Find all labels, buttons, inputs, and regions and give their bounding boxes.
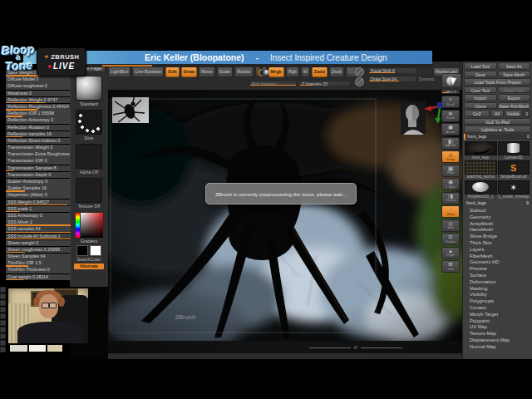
tool-palette-button[interactable]: Save — [464, 71, 497, 78]
tool-thumbnail[interactable]: Cylinder3D — [498, 141, 530, 160]
tool-palette-button[interactable]: Lightbox ► Tools — [464, 126, 531, 133]
material-slider[interactable]: Sheen Samples 64 — [6, 254, 71, 260]
tool-section-item[interactable]: Subtool — [464, 208, 531, 214]
tool-section-item[interactable]: Thick Skin — [464, 240, 531, 247]
saturation-value-square[interactable] — [81, 213, 103, 238]
material-slider[interactable]: Scatter Samples 16 — [6, 185, 71, 192]
toolbar-button[interactable]: Zsub — [329, 66, 344, 77]
tool-section-item[interactable]: Contact — [464, 305, 531, 312]
tool-section-item[interactable]: Layers — [464, 247, 531, 254]
shelf-button[interactable]: ⊞ Grid — [441, 260, 460, 273]
sculpt-canvas[interactable] — [108, 90, 462, 353]
tool-palette-button[interactable]: Make PolyMesh3D — [498, 102, 531, 110]
toolbar-button[interactable]: Zadd — [312, 66, 328, 77]
tool-thumbnail[interactable]: arachnid_worms — [465, 160, 497, 180]
material-slider[interactable]: SSS scale 1 — [6, 206, 71, 213]
tool-palette-button[interactable]: GoZ — [464, 110, 490, 117]
tool-section-item[interactable]: ArrayMesh — [464, 221, 531, 228]
tool-section-item[interactable]: Polypaint — [464, 318, 531, 325]
z-intensity-slider[interactable]: Z Intensity 25 — [299, 81, 351, 86]
tool-section-item[interactable]: Surface — [464, 273, 531, 279]
secondary-color-swatch[interactable] — [90, 245, 101, 256]
rgb-intensity-slider[interactable]: Rgb Intensity — [249, 81, 297, 86]
tool-thumbnail[interactable]: SimpleBrush.sh — [498, 160, 530, 180]
material-slider[interactable]: SSS Include All Subtools 1 — [6, 234, 71, 240]
shelf-button[interactable]: + Scroll — [441, 96, 460, 108]
tool-thumbnail[interactable]: C_stroke_mixedsp — [498, 180, 530, 200]
tool-thumbnail[interactable]: front_legs — [465, 141, 497, 160]
spix-slider[interactable]: SPix 3 — [441, 89, 460, 94]
tool-section-item[interactable]: Geometry HD — [464, 259, 531, 266]
tool-section-item[interactable]: Morph Target — [464, 312, 531, 318]
tool-section-item[interactable]: Slime Bridge — [464, 234, 531, 240]
shelf-button[interactable]: ⊕ Zoom — [441, 110, 460, 122]
material-slider[interactable]: Sheen roughness 0.29995 — [6, 247, 71, 254]
material-slider[interactable]: Transmission Depth 0 — [6, 172, 71, 179]
material-slider[interactable]: Sheen weight 0 — [6, 240, 71, 247]
toolbar-button[interactable]: Scale — [217, 66, 234, 77]
toolbar-button[interactable]: LightBox — [108, 66, 131, 77]
tool-palette-button[interactable]: Load Tools From Project — [464, 78, 531, 86]
material-slider[interactable]: Reflection samples 16 — [6, 131, 71, 138]
tool-section-item[interactable]: Preview — [464, 266, 531, 273]
current-stroke-thumbnail[interactable] — [76, 110, 102, 135]
current-tool-row[interactable]: front_legs 9 — [464, 200, 531, 206]
tool-section-item[interactable]: NanoMesh — [464, 227, 531, 234]
material-slider[interactable]: SSS Weight 0.94527 — [6, 200, 71, 206]
tool-palette-button[interactable]: Save Mesh — [498, 71, 531, 78]
toolbar-button[interactable]: Rotate — [234, 66, 253, 77]
tool-section-item[interactable]: FiberMesh — [464, 254, 531, 260]
toolbar-button[interactable]: Move — [199, 66, 214, 77]
current-tool-slider[interactable]: front_legs 0 — [464, 134, 531, 140]
color-picker[interactable] — [76, 213, 103, 238]
dynamic-toggle[interactable]: Dynamic — [419, 77, 435, 81]
current-texture-thumbnail[interactable] — [76, 178, 102, 203]
tool-palette-button[interactable]: 0 — [523, 110, 530, 117]
tool-section-item[interactable]: Masking — [464, 286, 531, 293]
tool-palette-button[interactable]: Clone — [464, 102, 497, 110]
tool-section-item[interactable]: Geometry — [464, 214, 531, 221]
tool-palette-button[interactable]: Copy Tool — [464, 86, 497, 94]
material-slider[interactable]: ThinFilm Thickness 0 — [6, 267, 71, 273]
toolbar-button[interactable]: Rgb — [286, 66, 299, 77]
shelf-button[interactable]: ◉ L.Sym — [441, 178, 460, 190]
shelf-button[interactable]: ▣ Actual — [441, 123, 460, 135]
shelf-button[interactable]: ◧ AAHalf — [441, 137, 460, 150]
shelf-button[interactable]: △ Persp — [441, 150, 460, 163]
current-brush-thumbnail[interactable] — [76, 76, 102, 101]
toolbar-button[interactable]: Mrgb — [268, 66, 284, 77]
tool-palette-button[interactable]: Save As — [498, 62, 531, 70]
tool-palette-button[interactable]: Paste Tool — [498, 86, 531, 94]
toolbar-button[interactable]: M — [301, 66, 310, 77]
material-slider[interactable]: Scatter Anisotropy 0 — [6, 179, 71, 185]
material-slider[interactable]: Reflection Direct-Indirect 0 — [6, 138, 71, 145]
material-slider[interactable]: Transmission Samples 8 — [6, 165, 71, 172]
material-slider[interactable]: Dispersion (Abbe) 0 — [6, 192, 71, 199]
material-slider[interactable]: Transmission IOR 0 — [6, 158, 71, 165]
shelf-button[interactable]: ▦ Floor — [441, 165, 460, 177]
tool-section-item[interactable]: Displacement Map — [464, 337, 531, 344]
material-slider[interactable]: Reflection Weight 0.9747 — [6, 97, 71, 104]
tool-section-item[interactable]: Visibility — [464, 292, 531, 298]
shelf-button[interactable]: ◎ Solo — [441, 219, 460, 232]
material-slider[interactable]: Transmission Extra Roughness 0 — [6, 151, 71, 158]
tool-thumbnail[interactable]: PolyMesh3D_1 — [465, 180, 497, 200]
shelf-button[interactable]: ◨ Transp — [441, 192, 460, 204]
alternate-button[interactable]: Alternate — [74, 264, 104, 269]
stroke-toggle-icon[interactable] — [355, 77, 364, 86]
toolbar-button[interactable]: Draw — [181, 66, 197, 77]
tool-palette-button[interactable]: Visible — [505, 110, 523, 117]
focal-shift-slider[interactable]: Focal Shift 8 — [368, 67, 416, 74]
stroke-toggle-icon[interactable] — [355, 67, 364, 76]
material-slider[interactable]: Reflection IOR 1.59598 — [6, 111, 71, 117]
tool-palette-button[interactable]: Load Tool — [464, 62, 497, 70]
tool-palette-button[interactable]: All — [490, 110, 503, 117]
material-slider[interactable]: Reflection Anisotropy 0 — [6, 117, 71, 124]
main-color-swatch[interactable] — [76, 245, 88, 256]
hue-strip[interactable] — [76, 213, 80, 238]
material-slider[interactable]: Reflection Rotation 0 — [6, 125, 71, 131]
shelf-button[interactable]: ⊡ Frame — [441, 233, 460, 245]
tool-section-item[interactable]: Texture Map — [464, 331, 531, 337]
toolbar-button[interactable] — [262, 66, 267, 77]
draw-size-slider[interactable]: Draw Size 64 — [368, 76, 416, 82]
